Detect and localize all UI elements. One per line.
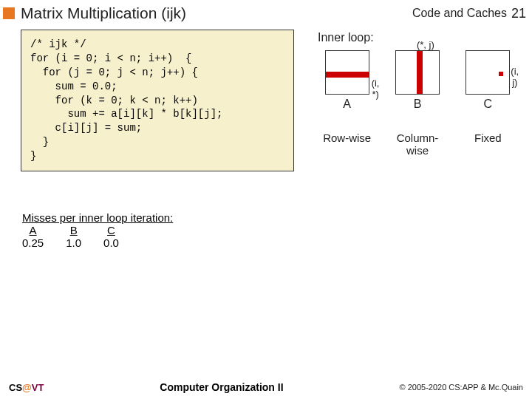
- misses-val-a: 0.25: [22, 236, 66, 249]
- slide-title: Matrix Multiplication (ijk): [21, 4, 412, 22]
- footer-org: CS@VT: [9, 382, 44, 393]
- dot-highlight-icon: [499, 72, 503, 76]
- footer: CS@VT Computer Organization II © 2005-20…: [0, 381, 532, 393]
- col-highlight-icon: [417, 51, 423, 94]
- misses-val-c: 0.0: [103, 236, 141, 249]
- matrix-b-label: B: [388, 98, 446, 111]
- misses-block: Misses per inner loop iteration: A B C 0…: [22, 211, 520, 249]
- matrix-a-annot: (i, *): [372, 78, 380, 100]
- misses-col-a: A: [22, 224, 66, 236]
- accent-square-icon: [3, 7, 15, 19]
- matrix-c-annot: (i, j): [511, 66, 519, 88]
- right-panel: Inner loop: (i, *) A (*, j) B (i, j): [318, 31, 517, 157]
- footer-cs: CS: [9, 382, 22, 393]
- title-bar: Matrix Multiplication (ijk) Code and Cac…: [0, 0, 532, 24]
- patterns-row: Row-wise Column- wise Fixed: [318, 132, 517, 157]
- footer-copyright: © 2005-2020 CS:APP & Mc.Quain: [400, 383, 524, 392]
- row-highlight-icon: [326, 72, 369, 78]
- footer-vt: VT: [32, 382, 44, 393]
- footer-at: @: [22, 382, 32, 393]
- slide-number: 21: [511, 6, 526, 21]
- matrix-a-label: A: [318, 98, 376, 111]
- footer-course: Computer Organization II: [44, 381, 399, 393]
- misses-col-b: B: [66, 224, 103, 236]
- misses-val-b: 1.0: [66, 236, 103, 249]
- pattern-b: Column- wise: [388, 132, 446, 157]
- misses-table: A B C 0.25 1.0 0.0: [22, 224, 141, 249]
- slide-subtitle: Code and Caches: [412, 7, 507, 20]
- pattern-c: Fixed: [459, 132, 517, 157]
- code-box: /* ijk */ for (i = 0; i < n; i++) { for …: [21, 30, 294, 171]
- misses-heading: Misses per inner loop iteration:: [22, 211, 520, 224]
- matrix-c: (i, j): [466, 50, 510, 95]
- pattern-a: Row-wise: [318, 132, 376, 157]
- matrix-a-col: (i, *) A: [318, 50, 376, 111]
- matrix-b: (*, j): [395, 50, 440, 95]
- misses-col-c: C: [103, 224, 141, 236]
- matrix-a: (i, *): [325, 50, 369, 95]
- matrix-b-annot: (*, j): [417, 39, 434, 50]
- matrix-c-col: (i, j) C: [459, 50, 517, 111]
- matrix-row: (i, *) A (*, j) B (i, j) C: [318, 50, 517, 111]
- matrix-b-col: (*, j) B: [388, 50, 446, 111]
- slide-content: /* ijk */ for (i = 0; i < n; i++) { for …: [0, 24, 532, 249]
- matrix-c-label: C: [459, 98, 517, 111]
